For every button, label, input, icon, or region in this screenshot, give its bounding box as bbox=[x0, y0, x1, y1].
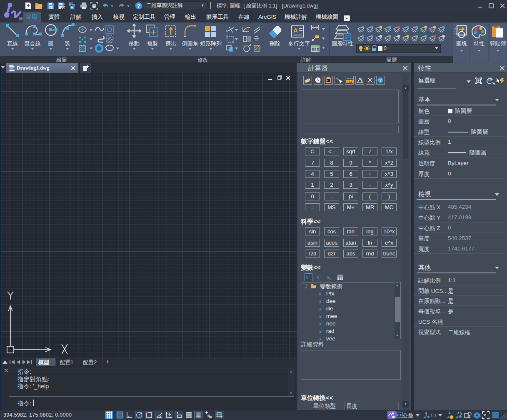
svg-text:?: ? bbox=[379, 78, 382, 83]
svg-text:0.0: 0.0 bbox=[397, 413, 402, 417]
svg-text:1:1: 1:1 bbox=[430, 413, 437, 418]
svg-text:DWG: DWG bbox=[9, 68, 14, 70]
svg-text:?: ? bbox=[137, 3, 140, 9]
svg-text:A: A bbox=[293, 27, 298, 34]
svg-text:M: M bbox=[19, 17, 22, 21]
